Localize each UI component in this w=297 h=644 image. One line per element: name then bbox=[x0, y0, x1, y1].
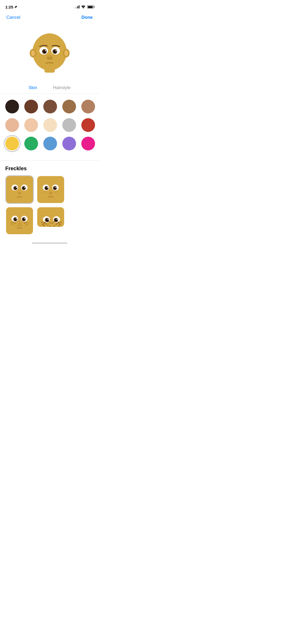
svg-point-59 bbox=[15, 223, 16, 224]
freckle-face-heavy bbox=[6, 207, 33, 234]
svg-point-42 bbox=[56, 191, 57, 192]
svg-point-38 bbox=[49, 192, 53, 195]
color-swatch[interactable] bbox=[81, 100, 95, 113]
svg-point-26 bbox=[16, 187, 17, 188]
status-icons bbox=[75, 5, 94, 8]
freckle-item-full[interactable] bbox=[36, 206, 65, 228]
color-row-1 bbox=[5, 100, 94, 113]
svg-point-28 bbox=[17, 192, 21, 195]
svg-point-39 bbox=[44, 191, 45, 192]
svg-point-96 bbox=[52, 223, 53, 224]
svg-point-70 bbox=[17, 225, 18, 226]
svg-point-43 bbox=[55, 192, 56, 193]
svg-point-97 bbox=[54, 221, 55, 223]
color-grid bbox=[0, 94, 99, 159]
svg-point-44 bbox=[58, 192, 59, 194]
svg-point-60 bbox=[11, 224, 12, 225]
svg-point-74 bbox=[21, 221, 22, 222]
freckle-face-full bbox=[37, 207, 65, 228]
svg-point-4 bbox=[31, 50, 35, 56]
color-row-3 bbox=[5, 137, 94, 150]
time-display: 1:25 bbox=[5, 5, 13, 9]
svg-point-56 bbox=[24, 218, 25, 219]
svg-point-0 bbox=[83, 8, 83, 8]
freckle-item-none[interactable] bbox=[5, 175, 34, 204]
svg-point-13 bbox=[45, 50, 46, 52]
color-swatch[interactable] bbox=[62, 118, 76, 132]
freckle-item-light[interactable] bbox=[36, 175, 65, 204]
color-swatch[interactable] bbox=[43, 100, 57, 113]
color-swatch[interactable] bbox=[24, 100, 38, 113]
done-button[interactable]: Done bbox=[82, 14, 93, 21]
svg-point-36 bbox=[47, 187, 48, 188]
svg-point-58 bbox=[12, 222, 14, 223]
svg-point-40 bbox=[46, 192, 47, 193]
cancel-button[interactable]: Cancel bbox=[6, 14, 20, 21]
svg-point-102 bbox=[55, 224, 56, 226]
svg-point-14 bbox=[55, 50, 57, 52]
color-swatch[interactable] bbox=[81, 137, 95, 150]
svg-point-72 bbox=[19, 221, 20, 222]
svg-point-63 bbox=[25, 222, 27, 223]
svg-point-67 bbox=[28, 222, 29, 223]
color-swatch[interactable] bbox=[5, 100, 19, 113]
svg-point-62 bbox=[10, 222, 11, 223]
svg-point-66 bbox=[25, 225, 26, 226]
svg-point-94 bbox=[48, 221, 50, 223]
svg-point-27 bbox=[24, 187, 25, 188]
svg-point-92 bbox=[60, 222, 62, 223]
color-swatch[interactable] bbox=[62, 137, 76, 150]
svg-point-5 bbox=[64, 50, 68, 56]
svg-point-86 bbox=[46, 223, 47, 225]
svg-point-85 bbox=[42, 223, 44, 225]
svg-point-99 bbox=[49, 226, 51, 227]
home-indicator bbox=[0, 240, 99, 245]
color-swatch-selected[interactable] bbox=[5, 137, 19, 150]
color-swatch[interactable] bbox=[24, 137, 38, 150]
svg-point-57 bbox=[17, 223, 21, 226]
memoji-preview bbox=[0, 24, 99, 82]
home-bar bbox=[32, 242, 67, 244]
svg-point-71 bbox=[22, 225, 23, 226]
color-swatch[interactable] bbox=[5, 118, 19, 132]
svg-point-82 bbox=[48, 219, 49, 220]
svg-point-45 bbox=[50, 195, 51, 196]
svg-point-89 bbox=[58, 222, 59, 224]
freckle-face-none bbox=[6, 176, 33, 203]
svg-point-98 bbox=[47, 225, 48, 226]
svg-rect-75 bbox=[37, 207, 65, 228]
svg-point-64 bbox=[24, 223, 25, 224]
freckles-grid bbox=[5, 175, 94, 235]
tab-skin[interactable]: Skin bbox=[29, 82, 37, 94]
color-swatch[interactable] bbox=[62, 100, 76, 113]
tab-hairstyle[interactable]: Hairstyle bbox=[53, 82, 70, 94]
svg-point-65 bbox=[27, 224, 28, 225]
svg-point-84 bbox=[44, 222, 46, 224]
svg-point-91 bbox=[56, 223, 58, 225]
svg-point-69 bbox=[20, 226, 21, 227]
svg-point-37 bbox=[55, 187, 56, 188]
svg-rect-6 bbox=[44, 68, 55, 73]
svg-point-104 bbox=[57, 219, 58, 220]
svg-point-68 bbox=[18, 226, 19, 227]
color-swatch[interactable] bbox=[43, 118, 57, 132]
color-row-2 bbox=[5, 118, 94, 132]
svg-point-16 bbox=[47, 57, 49, 59]
color-swatch[interactable] bbox=[43, 137, 57, 150]
nav-bar: Cancel Done bbox=[0, 12, 99, 24]
svg-point-93 bbox=[58, 225, 60, 227]
svg-point-55 bbox=[16, 218, 17, 219]
svg-point-95 bbox=[50, 223, 51, 224]
svg-point-73 bbox=[17, 221, 18, 222]
svg-point-1 bbox=[32, 33, 67, 70]
svg-point-90 bbox=[59, 223, 61, 225]
svg-rect-29 bbox=[37, 176, 64, 203]
signal-icon bbox=[75, 5, 79, 8]
tabs: Skin Hairstyle bbox=[0, 82, 99, 94]
color-swatch[interactable] bbox=[24, 118, 38, 132]
color-swatch[interactable] bbox=[81, 118, 95, 132]
status-bar: 1:25 bbox=[0, 0, 99, 12]
svg-point-87 bbox=[41, 222, 43, 223]
memoji-face bbox=[26, 27, 73, 75]
freckle-item-heavy[interactable] bbox=[5, 206, 34, 235]
